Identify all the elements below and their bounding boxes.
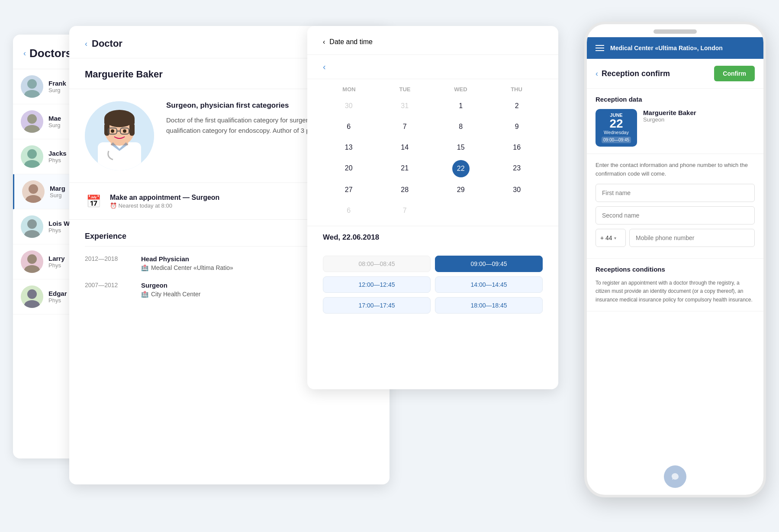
cal-date-16[interactable]: 16 xyxy=(491,139,543,156)
reception-data-label: Reception data xyxy=(596,96,755,103)
avatar-jacks xyxy=(21,145,43,168)
mobile-top-bar: ‹ Reception confirm Confirm xyxy=(587,59,763,89)
phone-input[interactable] xyxy=(629,229,755,247)
cal-date-21[interactable]: 21 xyxy=(379,160,431,177)
avatar-mae xyxy=(21,110,43,133)
cal-date-6a[interactable]: 6 xyxy=(323,119,375,135)
cal-date-28[interactable]: 28 xyxy=(379,182,431,198)
doctor-photo xyxy=(85,101,154,170)
calendar-nav: ‹ xyxy=(307,55,558,79)
calendar-prev-button[interactable]: ‹ xyxy=(323,62,326,72)
reception-doctor-name: Marguerite Baker xyxy=(643,109,696,116)
time-slot-0900[interactable]: 09:00—09:45 xyxy=(435,256,543,272)
cal-date-7a[interactable]: 7 xyxy=(379,119,431,135)
svg-point-1 xyxy=(24,90,40,98)
conditions-label: Receptions conditions xyxy=(596,266,755,273)
day-label-mon: MON xyxy=(323,86,375,93)
reception-doctor-specialty: Surgeon xyxy=(643,116,696,123)
contact-section: Enter the contact information and phone … xyxy=(587,154,763,259)
mobile-header: Medical Center «Ultima Ratio», London xyxy=(587,37,763,59)
cal-date-14[interactable]: 14 xyxy=(379,139,431,156)
exp-years-2: 2007—2012 xyxy=(85,282,124,298)
mobile-bottom-button[interactable] xyxy=(664,465,686,488)
doctor-info-edgar: Edgar Phys xyxy=(48,290,67,304)
reception-card: JUNE 22 Wednesday 09:00—09:45 Marguerite… xyxy=(596,109,755,147)
appointment-sub: ⏰ Nearest today at 8:00 xyxy=(110,202,219,209)
exp-place-1: 🏥 Medical Center «Ultima Ratio» xyxy=(141,264,233,271)
conditions-section: Receptions conditions To register an app… xyxy=(587,259,763,311)
mobile-back-chevron[interactable]: ‹ xyxy=(596,69,598,78)
date-badge: JUNE 22 Wednesday 09:00—09:45 xyxy=(596,109,637,147)
exp-role-1: Head Physician xyxy=(141,255,233,263)
time-slots-grid: 08:00—08:45 09:00—09:45 12:00—12:45 14:0… xyxy=(307,249,558,320)
calendar-panel: ‹ Date and time ‹ MON TUE WED THU 30 31 … xyxy=(307,26,558,389)
svg-point-13 xyxy=(24,300,40,308)
cal-date-13[interactable]: 13 xyxy=(323,139,375,156)
phone-code-selector[interactable]: + 44 ▾ xyxy=(596,229,626,247)
cal-date-15[interactable]: 15 xyxy=(435,139,487,156)
svg-point-2 xyxy=(27,114,37,124)
cal-date-7b[interactable]: 7 xyxy=(379,202,431,219)
doctor-info-lois: Lois W. Phys xyxy=(48,220,71,234)
calendar-title: Date and time xyxy=(329,38,373,46)
avatar-frank xyxy=(21,75,43,98)
cal-date-20[interactable]: 20 xyxy=(323,160,375,177)
svg-point-9 xyxy=(24,230,40,238)
phone-row: + 44 ▾ xyxy=(596,229,755,247)
svg-point-0 xyxy=(27,79,37,89)
cal-date-30[interactable]: 30 xyxy=(323,98,375,114)
calendar-dates: 30 31 1 2 6 7 8 9 13 14 15 16 20 21 22 2… xyxy=(323,98,543,219)
second-name-input[interactable] xyxy=(596,206,755,224)
cal-date-23[interactable]: 23 xyxy=(491,160,543,177)
avatar-lois xyxy=(21,215,43,238)
avatar-marg xyxy=(22,180,45,203)
svg-point-26 xyxy=(123,129,126,133)
cal-date-8[interactable]: 8 xyxy=(435,119,487,135)
hamburger-menu-icon[interactable] xyxy=(596,45,604,51)
svg-point-6 xyxy=(29,184,38,194)
cal-date-6b[interactable]: 6 xyxy=(323,202,375,219)
conditions-text: To register an appointment with a doctor… xyxy=(596,279,755,304)
cal-date-22-selected[interactable]: 22 xyxy=(452,160,470,177)
cal-date-1[interactable]: 1 xyxy=(435,98,487,114)
first-name-input[interactable] xyxy=(596,184,755,202)
avatar-larry xyxy=(21,250,43,273)
reception-data-section: Reception data JUNE 22 Wednesday 09:00—0… xyxy=(587,89,763,154)
doctor-info-mae: Mae Surg xyxy=(48,115,61,128)
svg-point-8 xyxy=(27,219,37,229)
mobile-panel: Medical Center «Ultima Ratio», London ‹ … xyxy=(584,22,766,497)
exp-role-2: Surgeon xyxy=(141,282,200,289)
cal-date-29[interactable]: 29 xyxy=(435,182,487,198)
doctors-back-chevron[interactable]: ‹ xyxy=(23,49,26,58)
cal-date-2[interactable]: 2 xyxy=(491,98,543,114)
cal-date-empty2 xyxy=(491,202,543,219)
time-slot-1400[interactable]: 14:00—14:45 xyxy=(435,276,543,293)
appointment-calendar-icon: 📅 xyxy=(85,192,102,210)
svg-point-3 xyxy=(24,125,40,133)
appointment-main: Make an appointment — Surgeon xyxy=(110,194,219,202)
time-slot-1800[interactable]: 18:00—18:45 xyxy=(435,297,543,314)
calendar-back-chevron[interactable]: ‹ xyxy=(323,38,325,46)
day-label-thu: THU xyxy=(490,86,543,93)
time-slot-1200[interactable]: 12:00—12:45 xyxy=(323,276,431,293)
date-badge-day: 22 xyxy=(602,118,631,130)
doctor-back-chevron[interactable]: ‹ xyxy=(85,39,87,48)
doctors-title: Doctors xyxy=(29,47,72,60)
svg-rect-21 xyxy=(129,123,135,136)
svg-point-11 xyxy=(24,265,40,273)
confirm-button[interactable]: Confirm xyxy=(714,66,755,81)
cal-date-30b[interactable]: 30 xyxy=(491,182,543,198)
reception-doctor-info: Marguerite Baker Surgeon xyxy=(643,109,696,123)
doctor-info-jacks: Jacks Phys xyxy=(48,150,67,163)
time-slot-1700[interactable]: 17:00—17:45 xyxy=(323,297,431,314)
cal-date-27[interactable]: 27 xyxy=(323,182,375,198)
cal-date-9[interactable]: 9 xyxy=(491,119,543,135)
day-label-wed: WED xyxy=(435,86,487,93)
avatar-edgar xyxy=(21,285,43,308)
doctor-info-frank: Frank Surg xyxy=(48,80,66,93)
cal-date-31[interactable]: 31 xyxy=(379,98,431,114)
time-slot-0800[interactable]: 08:00—08:45 xyxy=(323,256,431,272)
calendar-days-header: MON TUE WED THU xyxy=(323,86,543,93)
doctor-info-marg: Marg Surg xyxy=(50,185,65,199)
svg-point-10 xyxy=(27,254,37,264)
